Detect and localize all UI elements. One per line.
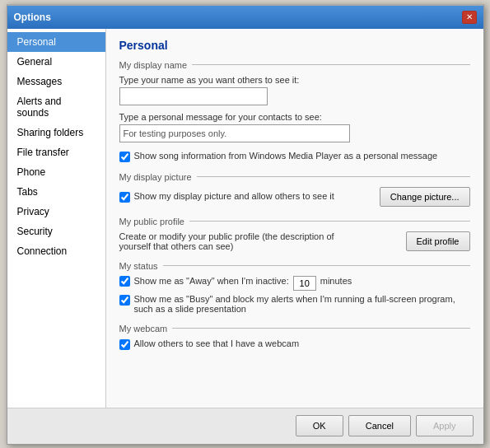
sidebar-item-general[interactable]: General <box>7 52 105 72</box>
section-divider-2 <box>197 176 470 177</box>
sidebar-item-privacy[interactable]: Privacy <box>7 202 105 222</box>
options-window: Options ✕ Personal General Messages Aler… <box>7 4 484 445</box>
display-name-header: My display name <box>119 60 470 70</box>
away-status-row: Show me as "Away" when I'm inactive: min… <box>119 276 470 291</box>
change-picture-button[interactable]: Change picture... <box>380 187 470 207</box>
webcam-checkbox-row: Allow others to see that I have a webcam <box>119 338 470 350</box>
busy-label: Show me as "Busy" and block my alerts wh… <box>134 294 470 314</box>
busy-status-row: Show me as "Busy" and block my alerts wh… <box>119 294 470 314</box>
sidebar-item-tabs[interactable]: Tabs <box>7 182 105 202</box>
public-profile-label: My public profile <box>119 217 184 226</box>
content-area: Personal General Messages Alerts and sou… <box>7 29 483 408</box>
webcam-header: My webcam <box>119 324 470 334</box>
sidebar-item-alerts[interactable]: Alerts and sounds <box>7 91 105 123</box>
public-profile-section: My public profile Create or modify your … <box>119 217 470 251</box>
sidebar-item-personal[interactable]: Personal <box>7 32 105 52</box>
display-name-section: My display name Type your name as you wa… <box>119 60 470 162</box>
show-picture-label: Show my display picture and allow others… <box>134 191 334 201</box>
webcam-checkbox[interactable] <box>119 339 130 350</box>
main-panel: Personal My display name Type your name … <box>106 29 483 408</box>
apply-button[interactable]: Apply <box>416 415 474 436</box>
away-label-before: Show me as "Away" when I'm inactive: <box>134 276 289 286</box>
sidebar-item-filetransfer[interactable]: File transfer <box>7 142 105 162</box>
picture-row: Show my display picture and allow others… <box>119 187 470 207</box>
status-section: My status Show me as "Away" when I'm ina… <box>119 261 470 314</box>
webcam-allow-label: Allow others to see that I have a webcam <box>134 338 300 348</box>
section-divider <box>192 64 469 65</box>
webcam-label: My webcam <box>119 324 168 334</box>
display-name-field-label: Type your name as you want others to see… <box>119 75 470 85</box>
busy-checkbox[interactable] <box>119 295 130 306</box>
media-player-label: Show song information from Windows Media… <box>134 151 438 161</box>
status-header: My status <box>119 261 470 271</box>
display-name-label: My display name <box>119 60 188 70</box>
close-button[interactable]: ✕ <box>462 11 477 24</box>
away-checkbox[interactable] <box>119 276 130 287</box>
title-bar: Options ✕ <box>7 6 483 29</box>
section-divider-4 <box>163 265 470 266</box>
bottom-bar: OK Cancel Apply <box>7 408 483 444</box>
section-divider-3 <box>189 221 470 222</box>
show-picture-checkbox-row: Show my display picture and allow others… <box>119 191 334 203</box>
sidebar-item-security[interactable]: Security <box>7 222 105 241</box>
sidebar-item-connection[interactable]: Connection <box>7 241 105 261</box>
display-picture-section: My display picture Show my display pictu… <box>119 172 470 207</box>
media-player-checkbox[interactable] <box>119 152 130 162</box>
away-label-after: minutes <box>320 276 352 286</box>
personal-message-input[interactable] <box>119 124 350 142</box>
ok-button[interactable]: OK <box>296 415 343 436</box>
sidebar-item-phone[interactable]: Phone <box>7 162 105 182</box>
public-profile-row: Create or modify your public profile (th… <box>119 231 470 251</box>
page-title: Personal <box>119 39 470 52</box>
display-picture-label: My display picture <box>119 172 192 182</box>
status-label: My status <box>119 261 158 271</box>
minutes-input[interactable] <box>293 276 316 291</box>
public-profile-description: Create or modify your public profile (th… <box>119 231 366 251</box>
webcam-section: My webcam Allow others to see that I hav… <box>119 324 470 350</box>
window-title: Options <box>14 12 51 23</box>
personal-message-label: Type a personal message for your contact… <box>119 112 470 122</box>
public-profile-header: My public profile <box>119 217 470 226</box>
section-divider-5 <box>172 328 469 329</box>
sidebar: Personal General Messages Alerts and sou… <box>7 29 106 408</box>
media-player-checkbox-row: Show song information from Windows Media… <box>119 151 470 162</box>
edit-profile-button[interactable]: Edit profile <box>406 231 470 251</box>
show-picture-checkbox[interactable] <box>119 192 130 203</box>
display-picture-header: My display picture <box>119 172 470 182</box>
sidebar-item-sharing[interactable]: Sharing folders <box>7 123 105 142</box>
cancel-button[interactable]: Cancel <box>348 415 411 436</box>
display-name-input[interactable] <box>119 87 268 105</box>
sidebar-item-messages[interactable]: Messages <box>7 72 105 91</box>
